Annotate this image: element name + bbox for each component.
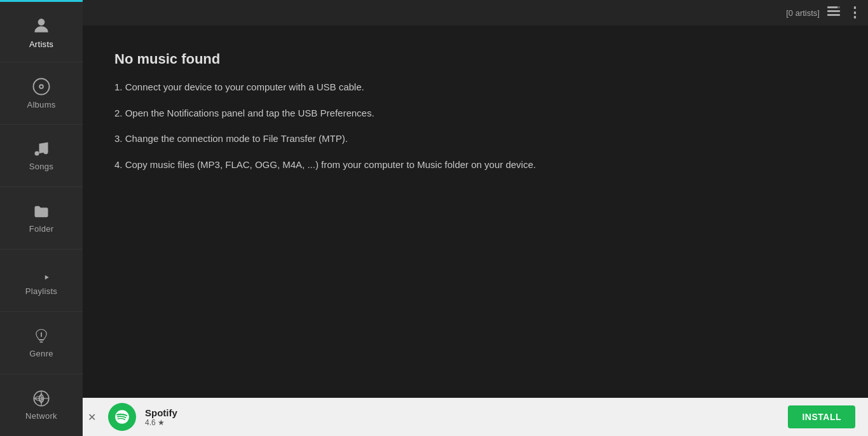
artist-count: [0 artists] [786,8,820,18]
sidebar-folder-label: Folder [29,224,54,234]
svg-point-4 [35,151,39,156]
top-bar: [0 artists] ⋮ [83,0,868,25]
sidebar-songs-label: Songs [29,162,53,171]
songs-icon [32,140,50,158]
network-icon [32,390,51,407]
sidebar-item-network[interactable]: Network [0,374,83,436]
content-area: No music found 1. Connect your device to… [83,25,868,398]
sidebar-item-artists[interactable]: Artists [0,0,83,62]
sidebar-artists-label: Artists [29,39,53,49]
spotify-logo [108,403,136,431]
more-options-icon[interactable]: ⋮ [848,6,862,20]
instructions-list: 1. Connect your device to your computer … [114,80,836,172]
svg-marker-6 [45,275,49,279]
artist-icon [31,15,52,36]
svg-point-5 [44,150,48,154]
sidebar-item-genre[interactable]: Genre [0,312,83,374]
install-button[interactable]: INSTALL [788,405,855,428]
genre-icon [32,327,50,345]
sidebar-item-songs[interactable]: Songs [0,125,83,187]
ad-info: Spotify 4.6 ★ [145,407,779,427]
ad-rating: 4.6 ★ [145,418,779,427]
ad-close-icon[interactable]: ✕ [88,411,96,423]
instruction-1: 1. Connect your device to your computer … [114,80,836,95]
sidebar-genre-label: Genre [29,349,53,358]
instruction-4: 4. Copy music files (MP3, FLAC, OGG, M4A… [114,158,836,172]
svg-rect-15 [827,14,840,16]
svg-rect-14 [827,10,840,12]
playlists-icon [32,265,51,283]
instruction-2: 2. Open the Notifications panel and tap … [114,106,836,121]
list-view-icon[interactable] [827,6,840,20]
svg-point-3 [40,85,43,88]
sidebar-item-albums[interactable]: Albums [0,62,83,125]
app-container: Artists Albums Songs [0,0,868,436]
ad-banner: ✕ Spotify 4.6 ★ INSTALL [83,398,868,436]
album-icon [32,77,51,96]
sidebar-item-playlists[interactable]: Playlists [0,250,83,312]
sidebar-network-label: Network [25,411,57,421]
ad-app-name: Spotify [145,407,779,418]
sidebar-playlists-label: Playlists [25,286,57,296]
svg-point-0 [38,18,45,25]
sidebar-item-folder[interactable]: Folder [0,187,83,250]
instruction-3: 3. Change the connection mode to File Tr… [114,132,836,146]
no-music-title: No music found [114,51,836,67]
folder-icon [32,202,51,220]
svg-rect-16 [837,6,840,8]
sidebar-albums-label: Albums [27,100,55,109]
main-content: [0 artists] ⋮ No music found 1. Connect … [83,0,868,436]
sidebar: Artists Albums Songs [0,0,83,436]
